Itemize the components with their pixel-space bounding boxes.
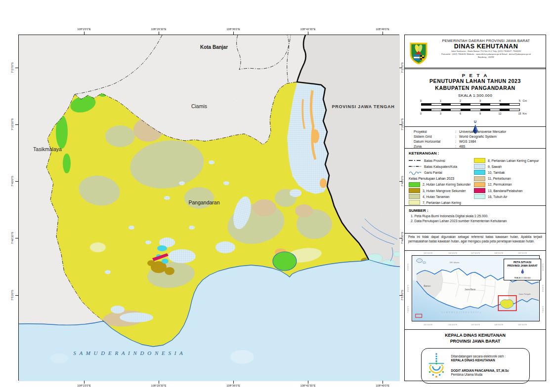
legend-item-batas-kabupaten: Batas Kabupaten/Kota [409,163,473,169]
signature-title-line1: KEPALA DINAS KEHUTANAN [405,333,546,339]
x-tick-label: 108°23'0"E [77,28,91,31]
class-swatch [474,176,485,181]
esign-line2: KEPALA DINAS KEHUTANAN [451,358,509,362]
inset-label-banten: Banten [424,285,431,287]
signer-rank: Pembina Utama Muda [451,373,509,377]
disclaimer-text: Peta ini tidak dapat digunakan sebagai r… [405,234,546,245]
legend-label: 13, Bandara/Pelabuhan [488,189,522,193]
inset-north-arrow-icon [520,268,525,274]
jawa-barat-crest-icon [410,42,427,64]
legend: KETERANGAN : Batas Provinsi Batas Kabupa… [405,149,546,206]
agency-name: DINAS KEHUTANAN [429,43,543,50]
scalebar-cm-tick: 5 [519,99,520,102]
label-samudera-indonesia: S A M U D E R A I N D O N E S I A [73,350,183,356]
label-provinsi-jawa-tengah: PROVINSI JAWA TENGAH [332,104,394,109]
scalebar-cm-tick: 4 [499,99,501,102]
scalebar-km-tick: 0 [420,112,422,115]
situation-map-section: 105°50'0"E 106°40'0"E 107°30'0"E 108°20'… [405,251,546,330]
proj-label: Proyeksi [414,129,455,134]
inset-x-tick: 106°40'0"E [448,324,457,326]
scalebar-km-unit: Km [523,112,527,115]
class-swatch [409,182,420,187]
y-tick-label: 7°40'0"S [401,176,404,186]
proj-value: WGS 1984 [459,140,476,143]
class-swatch [409,188,420,193]
inset-x-tick: 105°50'0"E [424,252,432,254]
inset-title-line2: PROVINSI JAWA BARAT [504,264,541,268]
scalebar-km-tick: 3 [440,112,441,115]
y-tick-label: 7°40'0"S [11,176,14,186]
signature-title-line2: PROVINSI JAWA BARAT [405,339,546,345]
inset-label-dki-jakarta: DKI Jakarta [450,262,460,264]
inset-x-tick: 106°40'0"E [448,252,457,254]
legend-label: 3, Hutan Mangrove Sekunder [423,189,466,193]
kabupaten-boundary-line-icon [409,164,422,168]
inset-y-tick: 6°50'0"S [542,285,544,292]
legend-label: Batas Provinsi [424,159,445,162]
y-tick-label: 7°27'0"S [401,62,404,73]
legend-item-class: 7, Pertanian Lahan Kering [409,199,473,205]
x-tick-label: 108°42'30"E [300,384,316,387]
class-swatch [474,188,485,193]
legend-title: KETERANGAN : [405,149,546,157]
esign-box: Ditandatangani secara elektronik oleh : … [421,348,530,384]
agency-address-line3: Bandung - 40292 [429,56,543,59]
map-title-line2: PENUTUPAN LAHAN TAHUN 2023 [405,78,546,85]
inset-x-tick: 105°50'0"E [424,324,432,326]
scalebar-cm-tick: 1 [440,99,441,102]
y-tick-label: 7°33'30"S [11,118,14,131]
x-tick-label: 108°36'0"E [226,384,240,387]
class-swatch [474,164,485,169]
x-tick-label: 108°49'0"E [376,28,389,31]
legend-item-batas-provinsi: Batas Provinsi [409,157,473,163]
class-swatch [474,170,485,175]
class-swatch [474,158,485,163]
legend-label: 11, Perkebunan [488,177,511,180]
y-tick-label: 7°53'0"S [11,290,14,300]
y-tick-label: 7°27'0"S [11,62,14,73]
inset-y-tick: 7°30'0"S [407,306,409,313]
legend-item-class: 9, Sawah [474,163,546,169]
title-block: P E T A PENUTUPAN LAHAN TAHUN 2023 KABUP… [405,73,546,127]
legend-label: 8, Pertanian Lahan Kering Campur [488,159,539,162]
legend-item-class: 16, Tubuh Air [474,194,546,199]
inset-label-sea: S A M U D E R A I N D O N E S I A [441,312,481,314]
north-label: U [474,120,476,123]
panel-header: PEMERINTAH DAERAH PROVINSI JAWA BARAT DI… [405,39,546,69]
legend-item-class: 8, Pertanian Lahan Kering Campur [474,157,546,163]
map-sheet: Kota Banjar Ciamis PROVINSI JAWA TENGAH … [0,0,555,392]
legend-item-class: 4, Hutan Tanaman [409,194,473,199]
legend-item-class: 3, Hutan Mangrove Sekunder [409,188,473,194]
legend-label: 16, Tubuh Air [488,195,507,198]
class-swatch [409,194,420,199]
legend-item-class: 12, Permukiman [474,182,546,188]
scalebar-km-tick: 9 [479,112,481,115]
y-tick-label: 7°33'30"S [401,118,404,131]
scalebar-cm-tick: 0 [420,99,422,102]
scalebar-cm-unit: Cm [523,99,527,102]
source-item: 2. Data Penutupan Lahan 2023 sumber Keme… [405,219,546,224]
inset-title-line1: PETA SITUASI [504,261,541,264]
esign-line1: Ditandatangani secara elektronik oleh : [451,354,509,358]
label-tasikmalaya: Tasikmalaya [33,146,62,152]
label-kota-banjar: Kota Banjar [200,44,228,50]
disclaimer-box: Peta ini tidak dapat digunakan sebagai r… [405,233,546,251]
y-tick-label: 7°46'30"S [401,232,404,244]
y-tick-label: 7°46'30"S [11,232,14,244]
proj-value: World Geografic System [459,135,497,138]
scale-bars: 0 1 2 3 4 5 Cm 0 3 6 9 12 15 Km [421,99,530,116]
legend-label: 9, Sawah [488,165,502,168]
projection-info: Proyeksi:Universal Transverse Mercator S… [405,127,546,149]
source-block: SUMBER : 1. Peta Rupa Bumi Indonesia Dig… [405,206,546,233]
inset-label-jawa-barat: Jawa Barat [465,288,476,291]
legend-label: 10, Tambak [488,171,505,174]
signature-block: KEPALA DINAS KEHUTANAN PROVINSI JAWA BAR… [405,330,546,386]
map-canvas: Kota Banjar Ciamis PROVINSI JAWA TENGAH … [19,35,400,381]
legend-item-class: 11, Perkebunan [474,176,546,182]
legend-label: 4, Hutan Tanaman [423,195,450,198]
map-layout-panel: PEMERINTAH DAERAH PROVINSI JAWA BARAT DI… [404,35,546,381]
label-pangandaran: Pangandaran [188,199,219,205]
proj-value: 48S [459,145,465,148]
legend-label: 7, Pertanian Lahan Kering [423,201,461,204]
inset-x-tick: 108°20'0"E [494,324,503,326]
